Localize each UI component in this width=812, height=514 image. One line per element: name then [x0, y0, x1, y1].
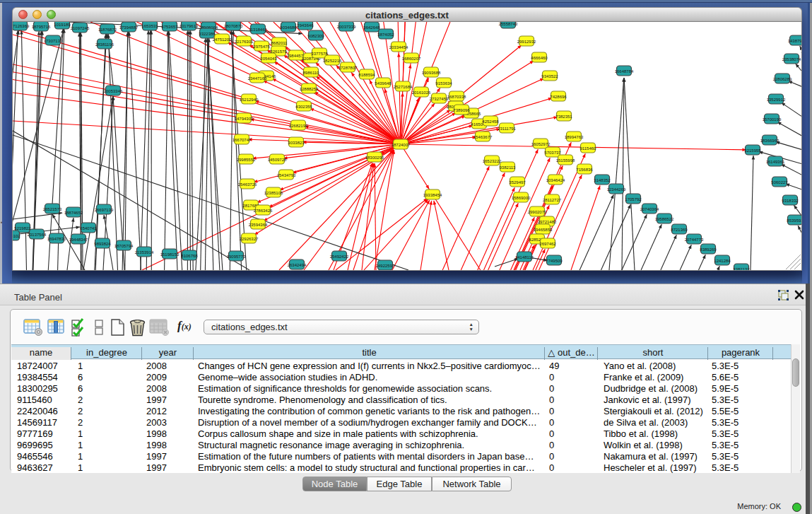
svg-text:15869000: 15869000: [512, 196, 531, 200]
svg-text:18252216: 18252216: [323, 59, 342, 63]
svg-text:23594364: 23594364: [249, 223, 268, 227]
svg-text:2054043: 2054043: [260, 57, 277, 61]
svg-text:27327459: 27327459: [430, 97, 449, 101]
svg-text:6540741: 6540741: [80, 226, 97, 230]
svg-text:16523222: 16523222: [483, 159, 502, 163]
svg-text:18300295: 18300295: [365, 156, 384, 160]
svg-text:18994763: 18994763: [565, 135, 584, 139]
svg-text:22926327: 22926327: [240, 237, 259, 241]
svg-text:7389096: 7389096: [453, 108, 470, 112]
svg-text:5219822: 5219822: [14, 226, 31, 230]
svg-text:11876872: 11876872: [98, 28, 117, 32]
svg-text:19586522: 19586522: [655, 217, 674, 221]
svg-text:8106768: 8106768: [181, 254, 198, 258]
svg-text:1653531: 1653531: [141, 24, 158, 28]
svg-text:25463726: 25463726: [238, 182, 257, 187]
svg-text:23538074: 23538074: [782, 57, 801, 62]
svg-text:1241284: 1241284: [714, 259, 731, 263]
svg-text:19095773: 19095773: [227, 255, 246, 259]
svg-text:18366963: 18366963: [760, 139, 779, 143]
svg-text:16947830: 16947830: [47, 237, 66, 241]
svg-text:21097245: 21097245: [71, 26, 90, 30]
svg-text:2975475: 2975475: [253, 45, 270, 49]
svg-text:13179613: 13179613: [180, 24, 199, 28]
svg-text:20161026: 20161026: [412, 90, 431, 95]
svg-text:26342494: 26342494: [288, 263, 307, 267]
svg-text:3033823: 3033823: [288, 141, 305, 145]
svg-text:3642648: 3642648: [363, 25, 380, 30]
svg-text:18705794: 18705794: [114, 244, 134, 248]
svg-text:7156836: 7156836: [576, 168, 593, 172]
svg-text:9115460: 9115460: [580, 146, 597, 151]
svg-text:3322386: 3322386: [199, 32, 216, 36]
svg-text:25271684: 25271684: [394, 85, 413, 89]
svg-text:27126369: 27126369: [13, 24, 30, 28]
svg-text:8539591: 8539591: [787, 218, 801, 223]
svg-text:29912932: 29912932: [517, 40, 536, 44]
svg-text:18795716: 18795716: [32, 25, 51, 29]
svg-text:8986110: 8986110: [303, 71, 320, 75]
svg-text:4753657: 4753657: [161, 25, 178, 29]
svg-text:20053346: 20053346: [104, 89, 123, 93]
svg-text:24148116: 24148116: [515, 255, 534, 259]
svg-text:25434793: 25434793: [277, 173, 296, 177]
svg-text:16052972: 16052972: [531, 142, 551, 146]
svg-text:4666460: 4666460: [531, 56, 548, 60]
svg-text:4252458: 4252458: [482, 119, 499, 124]
svg-text:2943646: 2943646: [297, 23, 314, 28]
svg-text:25492422: 25492422: [330, 255, 349, 259]
svg-text:25558743: 25558743: [499, 22, 518, 26]
svg-text:29902079: 29902079: [528, 210, 547, 214]
svg-text:20740364: 20740364: [640, 207, 659, 211]
svg-text:5308102: 5308102: [13, 234, 20, 238]
svg-text:20334454: 20334454: [389, 45, 408, 49]
svg-text:12385106: 12385106: [264, 191, 283, 195]
svg-text:3148352: 3148352: [594, 178, 611, 182]
svg-text:5439648: 5439648: [375, 81, 392, 86]
svg-text:3377578: 3377578: [311, 52, 328, 56]
svg-text:5703737: 5703737: [544, 151, 561, 155]
svg-text:3382132: 3382132: [733, 267, 750, 271]
svg-text:7382351: 7382351: [555, 115, 572, 119]
svg-text:9034686: 9034686: [280, 25, 297, 30]
svg-text:28112727: 28112727: [543, 198, 562, 202]
svg-text:16149361: 16149361: [766, 160, 785, 164]
svg-text:27863426: 27863426: [254, 209, 273, 213]
svg-text:18724007: 18724007: [392, 143, 411, 147]
svg-text:9082309: 9082309: [307, 34, 324, 38]
svg-text:7749509: 7749509: [546, 259, 563, 263]
svg-text:14387959: 14387959: [788, 39, 801, 43]
svg-text:20037339: 20037339: [337, 25, 356, 29]
svg-text:15463677: 15463677: [473, 135, 493, 139]
svg-text:1705792: 1705792: [625, 197, 642, 201]
svg-text:3215955: 3215955: [744, 148, 761, 153]
svg-text:11318461: 11318461: [249, 28, 268, 32]
svg-text:9318332: 9318332: [782, 199, 799, 203]
svg-text:7428696: 7428696: [550, 95, 567, 99]
svg-text:16670747: 16670747: [233, 138, 252, 142]
svg-text:15212940: 15212940: [240, 98, 259, 102]
svg-text:5060227: 5060227: [771, 180, 788, 185]
svg-text:29985551: 29985551: [237, 158, 256, 162]
svg-text:24751200: 24751200: [213, 37, 232, 42]
svg-text:16860207: 16860207: [402, 57, 421, 61]
svg-text:9382113: 9382113: [500, 165, 517, 170]
svg-text:29721482: 29721482: [538, 220, 557, 224]
svg-text:9893824: 9893824: [94, 242, 111, 246]
svg-text:16870338: 16870338: [447, 95, 466, 99]
svg-text:3529497: 3529497: [509, 180, 526, 185]
svg-text:13529912: 13529912: [767, 98, 786, 102]
svg-text:1019189: 1019189: [54, 23, 71, 27]
svg-text:23447169: 23447169: [248, 76, 267, 81]
svg-text:8721369: 8721369: [671, 228, 688, 232]
svg-text:3874052: 3874052: [377, 33, 394, 37]
svg-text:16648784: 16648784: [615, 69, 634, 74]
svg-text:8682011: 8682011: [271, 41, 288, 45]
svg-text:15155998: 15155998: [556, 158, 575, 163]
svg-text:14794303: 14794303: [235, 117, 254, 121]
svg-text:23137564: 23137564: [28, 233, 47, 237]
svg-text:19448347: 19448347: [69, 238, 88, 242]
svg-text:22806289: 22806289: [773, 77, 792, 81]
svg-text:4302355: 4302355: [295, 105, 312, 109]
svg-text:17287807: 17287807: [339, 66, 358, 70]
